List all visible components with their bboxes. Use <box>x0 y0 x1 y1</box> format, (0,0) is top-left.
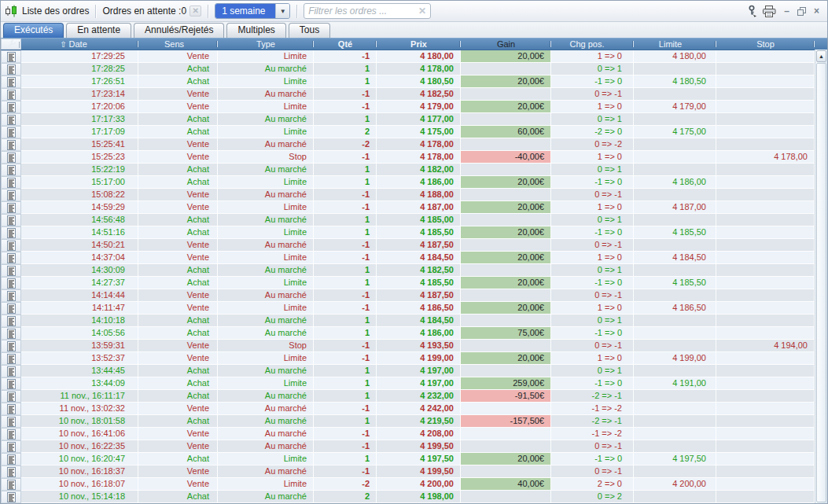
table-row[interactable]: 14:30:09 Achat Au marché 1 4 182,50 0 =>… <box>1 264 815 277</box>
order-document-icon[interactable] <box>1 377 21 390</box>
table-row[interactable]: 17:20:06 Vente Limite -1 4 179,00 20,00€… <box>1 101 815 113</box>
table-row[interactable]: 14:14:44 Vente Au marché -1 4 187,50 0 =… <box>1 289 815 302</box>
table-row[interactable]: 10 nov., 16:18:37 Vente Au marché -1 4 1… <box>1 465 815 478</box>
scroll-up-icon[interactable]: ▲ <box>816 50 826 62</box>
order-document-icon[interactable] <box>1 289 21 302</box>
tab-annul-s-rejet-s[interactable]: Annulés/Rejetés <box>134 23 224 38</box>
order-document-icon[interactable] <box>1 50 21 63</box>
order-document-icon[interactable] <box>1 390 21 403</box>
table-row[interactable]: 14:10:18 Achat Au marché 1 4 184,50 0 =>… <box>1 315 815 327</box>
order-document-icon[interactable] <box>1 415 21 428</box>
order-document-icon[interactable] <box>1 315 21 327</box>
filter-clear-icon[interactable]: ✕ <box>418 6 426 17</box>
table-row[interactable]: 14:51:16 Achat Limite 1 4 185,50 20,00€ … <box>1 226 815 239</box>
table-row[interactable]: 14:37:04 Vente Limite -1 4 184,50 20,00€… <box>1 252 815 264</box>
table-row[interactable]: 14:27:37 Achat Limite 1 4 185,50 20,00€ … <box>1 277 815 289</box>
order-document-icon[interactable] <box>1 113 21 126</box>
table-row[interactable]: 11 nov., 13:02:32 Vente Au marché -1 4 2… <box>1 403 815 415</box>
scrollbar-thumb[interactable] <box>816 63 826 502</box>
order-document-icon[interactable] <box>1 340 21 352</box>
order-document-icon[interactable] <box>1 440 21 453</box>
tab-tous[interactable]: Tous <box>289 23 330 38</box>
order-document-icon[interactable] <box>1 214 21 226</box>
order-document-icon[interactable] <box>1 176 21 189</box>
order-document-icon[interactable] <box>1 365 21 377</box>
table-row[interactable]: 13:44:09 Achat Limite 1 4 197,00 259,00€… <box>1 377 815 390</box>
table-row[interactable]: 17:28:25 Achat Au marché 1 4 178,00 0 =>… <box>1 63 815 75</box>
order-document-icon[interactable] <box>1 453 21 465</box>
column-header-gain[interactable]: Gain <box>461 39 551 50</box>
column-header-sens[interactable]: Sens <box>138 39 218 50</box>
table-row[interactable]: 13:44:45 Achat Au marché 1 4 197,00 0 =>… <box>1 365 815 377</box>
order-document-icon[interactable] <box>1 327 21 340</box>
order-document-icon[interactable] <box>1 201 21 214</box>
column-header-stop[interactable]: Stop <box>716 39 815 50</box>
table-row[interactable]: 17:17:33 Achat Au marché 1 4 177,00 0 =>… <box>1 113 815 126</box>
order-document-icon[interactable] <box>1 226 21 239</box>
close-icon[interactable]: × <box>811 6 822 17</box>
table-row[interactable]: 14:59:29 Vente Limite -1 4 187,00 20,00€… <box>1 201 815 214</box>
table-row[interactable]: 10 nov., 16:22:35 Vente Au marché -1 4 1… <box>1 440 815 453</box>
table-row[interactable]: 10 nov., 18:01:58 Achat Au marché 1 4 21… <box>1 415 815 428</box>
table-row[interactable]: 17:29:25 Vente Limite -1 4 180,00 20,00€… <box>1 50 815 63</box>
table-row[interactable]: 15:25:23 Vente Stop -1 4 178,00 -40,00€ … <box>1 151 815 164</box>
minimize-icon[interactable]: – <box>782 6 792 17</box>
pending-clear-icon[interactable]: ✕ <box>190 6 201 17</box>
table-row[interactable]: 11 nov., 16:11:17 Achat Au marché 1 4 23… <box>1 390 815 403</box>
order-document-icon[interactable] <box>1 164 21 176</box>
table-row[interactable]: 15:25:41 Vente Au marché -2 4 178,00 0 =… <box>1 138 815 151</box>
table-row[interactable]: 13:59:31 Vente Stop -1 4 193,50 0 => -1 … <box>1 340 815 352</box>
table-row[interactable]: 10 nov., 16:20:47 Achat Limite 1 4 197,5… <box>1 453 815 465</box>
table-row[interactable]: 13:52:37 Vente Limite -1 4 199,00 20,00€… <box>1 352 815 365</box>
order-document-icon[interactable] <box>1 88 21 101</box>
period-select[interactable]: 1 semaine ▼ <box>215 3 290 19</box>
order-document-icon[interactable] <box>1 428 21 440</box>
order-document-icon[interactable] <box>1 491 21 503</box>
column-config-button[interactable] <box>1 39 21 50</box>
order-document-icon[interactable] <box>1 151 21 164</box>
order-document-icon[interactable] <box>1 126 21 138</box>
column-header-date[interactable]: ⇧ Date <box>21 39 138 50</box>
filter-orders-input[interactable] <box>308 6 418 17</box>
table-row[interactable]: 17:23:14 Vente Au marché -1 4 182,50 0 =… <box>1 88 815 101</box>
column-header-prix[interactable]: Prix <box>377 39 461 50</box>
table-row[interactable]: 15:08:22 Vente Au marché -1 4 188,00 0 =… <box>1 189 815 201</box>
order-document-icon[interactable] <box>1 264 21 277</box>
order-document-icon[interactable] <box>1 101 21 113</box>
table-row[interactable]: 10 nov., 16:41:06 Vente Au marché -1 4 2… <box>1 428 815 440</box>
order-document-icon[interactable] <box>1 138 21 151</box>
chevron-down-icon[interactable]: ▼ <box>275 4 289 18</box>
order-document-icon[interactable] <box>1 302 21 315</box>
order-document-icon[interactable] <box>1 75 21 88</box>
column-header-chg-pos[interactable]: Chg pos. <box>551 39 634 50</box>
table-row[interactable]: 15:22:19 Achat Au marché 1 4 182,00 0 =>… <box>1 164 815 176</box>
tab-en-attente[interactable]: En attente <box>66 23 131 38</box>
tab-multiples[interactable]: Multiples <box>226 23 285 38</box>
order-document-icon[interactable] <box>1 239 21 252</box>
order-document-icon[interactable] <box>1 189 21 201</box>
table-row[interactable]: 17:26:51 Achat Limite 1 4 180,50 20,00€ … <box>1 75 815 88</box>
order-document-icon[interactable] <box>1 63 21 75</box>
table-row[interactable]: 14:56:48 Achat Au marché 1 4 185,00 0 =>… <box>1 214 815 226</box>
restore-icon[interactable] <box>797 7 806 16</box>
table-row[interactable]: 10 nov., 15:14:18 Achat Au marché 2 4 19… <box>1 491 815 503</box>
order-document-icon[interactable] <box>1 277 21 289</box>
tab-ex-cut-s[interactable]: Exécutés <box>3 23 64 38</box>
table-row[interactable]: 10 nov., 16:18:07 Vente Limite -2 4 200,… <box>1 478 815 491</box>
order-document-icon[interactable] <box>1 465 21 478</box>
table-row[interactable]: 17:17:09 Achat Limite 2 4 175,00 60,00€ … <box>1 126 815 138</box>
column-header-qte[interactable]: Qté <box>314 39 377 50</box>
order-document-icon[interactable] <box>1 352 21 365</box>
order-document-icon[interactable] <box>1 403 21 415</box>
key-icon[interactable] <box>747 5 757 17</box>
column-header-type[interactable]: Type <box>218 39 314 50</box>
column-header-limite[interactable]: Limite <box>634 39 716 50</box>
table-row[interactable]: 14:11:47 Vente Limite -1 4 186,50 20,00€… <box>1 302 815 315</box>
table-row[interactable]: 14:05:56 Achat Au marché 1 4 186,00 75,0… <box>1 327 815 340</box>
printer-icon[interactable] <box>763 6 776 17</box>
vertical-scrollbar[interactable]: ▲ <box>815 50 827 503</box>
table-row[interactable]: 14:50:21 Vente Au marché -1 4 187,50 0 =… <box>1 239 815 252</box>
table-row[interactable]: 15:17:00 Achat Limite 1 4 186,00 20,00€ … <box>1 176 815 189</box>
order-document-icon[interactable] <box>1 478 21 491</box>
order-document-icon[interactable] <box>1 252 21 264</box>
